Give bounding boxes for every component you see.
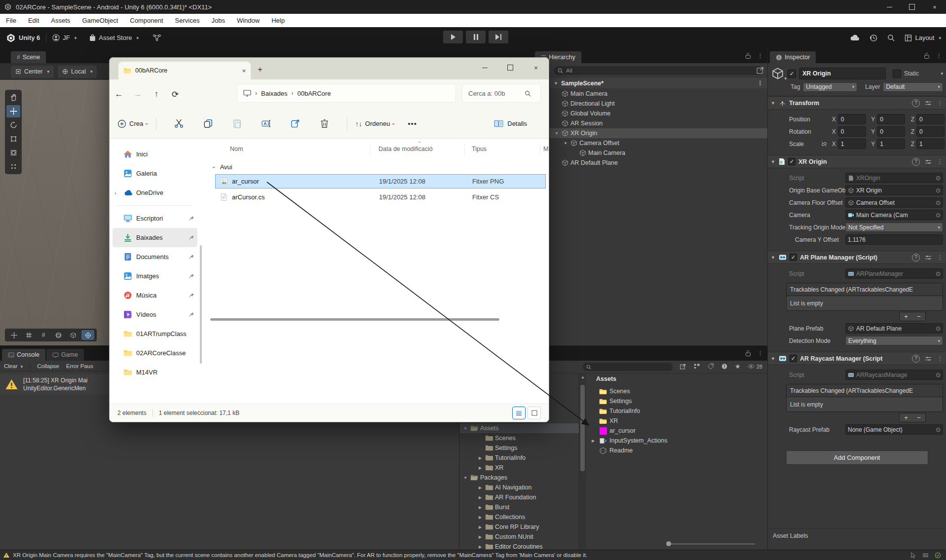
overlay-grid-icon[interactable]: [22, 330, 35, 340]
lock-icon[interactable]: [745, 350, 751, 357]
plane-prefab-field[interactable]: AR Default Plane⊙: [845, 323, 943, 334]
version-control-icon[interactable]: [152, 34, 161, 41]
event-list-header[interactable]: Trackables Changed (ARTrackablesChangedE: [787, 384, 943, 397]
details-toggle[interactable]: Detalls: [494, 120, 527, 127]
transform-tool[interactable]: [6, 147, 20, 159]
sidebar-item-documents[interactable]: Documents: [113, 247, 197, 266]
static-dropdown-arrow[interactable]: ▾: [941, 71, 943, 76]
tab-game[interactable]: Game: [46, 349, 84, 361]
hand-tool[interactable]: [6, 91, 20, 104]
explorer-search-input[interactable]: [467, 89, 525, 98]
tab-console[interactable]: Console: [2, 349, 45, 361]
layers-icon[interactable]: [922, 552, 929, 559]
foldout-icon[interactable]: ▶: [592, 439, 597, 443]
rect-tool[interactable]: [6, 133, 20, 145]
help-icon[interactable]: ?: [912, 99, 920, 107]
maximize-panel-icon[interactable]: [757, 66, 764, 74]
lock-icon[interactable]: [745, 52, 751, 59]
file-row-arcursor-cs[interactable]: arCursor.cs19/1/2025 12:08Fitxer CS: [215, 190, 546, 204]
foldout-icon[interactable]: ▶: [477, 535, 483, 539]
hierarchy-item-main-camera[interactable]: Main Camera: [550, 89, 767, 99]
menu-gameobject[interactable]: GameObject: [82, 17, 118, 24]
foldout-icon[interactable]: ▼: [563, 141, 568, 146]
column-header-nom[interactable]: Nom: [230, 146, 243, 152]
breadcrumb-00barcore[interactable]: 00bARCore: [297, 90, 331, 97]
visible-count[interactable]: 28: [748, 363, 762, 370]
activity-icon[interactable]: [935, 552, 941, 559]
column-header-tipus[interactable]: Tipus: [472, 146, 487, 152]
foldout-icon[interactable]: ▼: [554, 131, 560, 136]
minimize-button[interactable]: [878, 0, 901, 14]
raycast-prefab-field[interactable]: None (Game Object)⊙: [845, 424, 943, 435]
orientation-button[interactable]: Local▾: [58, 66, 97, 78]
hierarchy-scene-header[interactable]: ▼ SampleScene* ⋮: [550, 78, 767, 88]
project-tree-ai-navigation[interactable]: ▶AI Navigation: [459, 483, 579, 492]
hierarchy-search-input[interactable]: [565, 67, 759, 74]
project-search[interactable]: [583, 363, 673, 371]
pop-out-icon[interactable]: [680, 363, 686, 370]
static-checkbox[interactable]: [893, 70, 901, 78]
pause-button[interactable]: [466, 31, 486, 43]
kebab-icon[interactable]: ⋮: [757, 52, 763, 59]
presets-icon[interactable]: [925, 100, 932, 106]
thumbnail-view-button[interactable]: [528, 407, 541, 419]
explorer-search[interactable]: [462, 84, 541, 103]
project-tree-packages[interactable]: ▼Packages: [459, 473, 579, 483]
sidebar-item-02arcoreclasse[interactable]: 02ARCoreClasse: [113, 343, 197, 363]
layout-dropdown[interactable]: Layout▾: [905, 34, 941, 41]
maximize-button[interactable]: [497, 58, 523, 77]
cloud-icon[interactable]: [850, 35, 860, 41]
overlay-snap-icon[interactable]: #: [37, 330, 50, 340]
kebab-icon[interactable]: ⋮: [937, 355, 943, 362]
project-asset-xr[interactable]: XR: [586, 416, 767, 426]
share-icon[interactable]: [291, 119, 300, 128]
hierarchy-item-directional-light[interactable]: Directional Light: [550, 99, 767, 109]
paste-icon[interactable]: [232, 119, 242, 128]
close-button[interactable]: ×: [923, 0, 946, 14]
foldout-icon[interactable]: ▼: [771, 101, 776, 106]
project-tree-assets[interactable]: ▼Assets: [459, 423, 579, 433]
copy-icon[interactable]: [203, 119, 213, 128]
list-remove-button[interactable]: −: [917, 414, 921, 421]
collapse-button[interactable]: Collapse: [37, 363, 59, 369]
project-tree-custom-nunit[interactable]: ▶Custom NUnit: [459, 532, 579, 542]
asset-labels-section[interactable]: Asset Labels: [768, 528, 946, 543]
foldout-icon[interactable]: ▼: [462, 476, 468, 480]
column-header-data[interactable]: Data de modificació: [378, 146, 433, 152]
delete-icon[interactable]: [320, 119, 329, 128]
new-button[interactable]: Crea›: [117, 119, 148, 128]
project-tree-xr[interactable]: ▶XR: [459, 463, 579, 473]
script-field[interactable]: ARRaycastManage⊙: [845, 370, 943, 380]
tag-dropdown[interactable]: Untagged▾: [803, 82, 857, 92]
overlay-sphere-icon[interactable]: [52, 330, 65, 340]
search-icon[interactable]: [887, 34, 895, 41]
breadcrumb-baixades[interactable]: Baixades: [261, 90, 287, 97]
sidebar-item-inici[interactable]: Inici: [113, 145, 197, 164]
component-checkbox[interactable]: ✓: [790, 355, 797, 362]
overlay-gizmo-icon[interactable]: [81, 330, 94, 340]
menu-jobs[interactable]: Jobs: [211, 17, 225, 24]
help-icon[interactable]: ?: [912, 254, 920, 261]
project-tree-burst[interactable]: ▶Burst: [459, 502, 579, 512]
project-asset-readme[interactable]: Readme: [586, 446, 767, 455]
sidebar-item-m-sica[interactable]: Música: [113, 286, 197, 305]
position-x-field[interactable]: 0: [838, 114, 866, 124]
tracking-origin-mode-dropdown[interactable]: Not Specified▾: [845, 223, 943, 232]
lock-icon[interactable]: [924, 52, 930, 59]
add-component-button[interactable]: Add Component: [786, 450, 928, 465]
forward-button[interactable]: →: [128, 89, 147, 99]
kebab-icon[interactable]: ⋮: [757, 349, 763, 357]
project-asset-settings[interactable]: Settings: [586, 396, 767, 406]
component-checkbox[interactable]: ✓: [790, 254, 797, 261]
kebab-icon[interactable]: ⋮: [757, 79, 763, 87]
foldout-icon[interactable]: ▶: [477, 485, 483, 490]
event-list-header[interactable]: Trackables Changed (ARTrackablesChangedE: [787, 283, 943, 296]
camera-field[interactable]: Main Camera (Cam⊙: [845, 210, 943, 220]
star-icon[interactable]: ★: [735, 363, 741, 370]
list-remove-button[interactable]: −: [917, 313, 921, 320]
close-button[interactable]: ×: [523, 58, 549, 77]
new-tab-button[interactable]: +: [258, 65, 263, 75]
layer-dropdown[interactable]: Default▾: [883, 82, 943, 92]
hierarchy-item-global-volume[interactable]: Global Volume: [550, 109, 767, 118]
project-asset-inputsystem-actions[interactable]: ▶InputSystem_Actions: [586, 436, 767, 446]
